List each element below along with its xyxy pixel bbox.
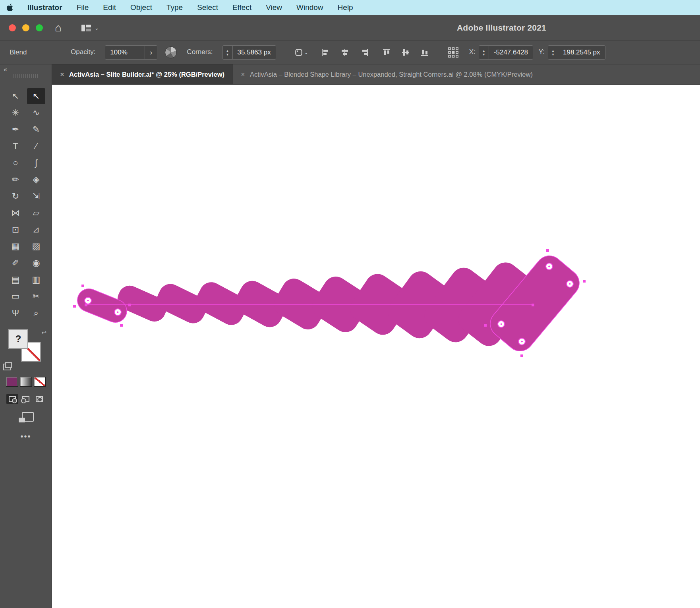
- column-graph-tool[interactable]: ▥: [27, 272, 45, 288]
- anchor-point[interactable]: [73, 305, 76, 308]
- corners-label[interactable]: Corners:: [187, 48, 213, 57]
- anchor-point[interactable]: [520, 354, 523, 357]
- free-transform-tool[interactable]: ▱: [27, 205, 45, 221]
- menu-type[interactable]: Type: [166, 3, 183, 12]
- draw-normal-mode-button[interactable]: [6, 394, 18, 404]
- menu-select[interactable]: Select: [197, 3, 218, 12]
- anchor-point[interactable]: [583, 280, 586, 283]
- menu-effect[interactable]: Effect: [232, 3, 251, 12]
- menu-file[interactable]: File: [77, 3, 89, 12]
- align-horizontal-left-button[interactable]: [319, 46, 333, 58]
- lasso-tool[interactable]: ∿: [27, 105, 45, 121]
- document-tab-active[interactable]: ✕ ActivAsia – Slite Builder.ai* @ 25% (R…: [52, 64, 233, 84]
- anchor-point[interactable]: [484, 324, 487, 327]
- anchor-point[interactable]: [532, 304, 534, 306]
- close-window-button[interactable]: [9, 24, 16, 31]
- anchor-point[interactable]: [128, 304, 131, 306]
- draw-inside-mode-button[interactable]: [33, 394, 45, 404]
- artboard-canvas[interactable]: [52, 85, 700, 608]
- corners-input[interactable]: ▴▾ 35.5863 px: [222, 45, 276, 60]
- corners-stepper[interactable]: ▴▾: [223, 46, 233, 59]
- zoom-tool[interactable]: ⌕: [27, 305, 45, 321]
- perspective-grid-tool[interactable]: ⊿: [27, 222, 45, 238]
- anchor-point[interactable]: [120, 324, 123, 327]
- apple-menu-icon[interactable]: [6, 4, 13, 12]
- artboard-tool[interactable]: ▭: [6, 289, 25, 304]
- zoom-window-button[interactable]: [36, 24, 43, 31]
- selection-tool[interactable]: ↖: [6, 88, 25, 104]
- direct-selection-tool[interactable]: ↖: [27, 88, 45, 104]
- slice-tool[interactable]: ✂: [27, 289, 45, 304]
- gradient-swatch-button[interactable]: [20, 377, 32, 387]
- eraser-tool[interactable]: ◈: [27, 172, 45, 188]
- arrange-documents-button[interactable]: ⌄: [81, 24, 99, 32]
- pen-tool[interactable]: ✒: [6, 122, 25, 137]
- swap-fill-stroke-icon[interactable]: ↩: [41, 329, 46, 336]
- collapse-panel-button[interactable]: «: [4, 66, 7, 73]
- ellipse-tool[interactable]: ○: [6, 155, 25, 171]
- mesh-tool[interactable]: ▦: [6, 238, 25, 254]
- recolor-artwork-button[interactable]: [163, 45, 179, 60]
- scale-tool[interactable]: ⇲: [27, 188, 45, 204]
- change-screen-mode-button[interactable]: [19, 412, 33, 422]
- magic-wand-tool[interactable]: ✳: [6, 105, 25, 121]
- menu-window[interactable]: Window: [296, 3, 323, 12]
- x-label[interactable]: X:: [469, 48, 476, 57]
- home-icon[interactable]: ⌂: [55, 22, 62, 33]
- anchor-point[interactable]: [546, 249, 549, 252]
- none-swatch-button[interactable]: [34, 377, 46, 387]
- close-tab-icon[interactable]: ✕: [241, 72, 245, 77]
- curvature-tool[interactable]: ✎: [27, 122, 45, 137]
- hand-tool[interactable]: Ψ: [6, 305, 25, 321]
- edit-toolbar-button[interactable]: •••: [20, 432, 31, 441]
- width-tool[interactable]: ⋈: [6, 205, 25, 221]
- shaper-tool[interactable]: ✏: [6, 172, 25, 188]
- opacity-label[interactable]: Opacity:: [71, 48, 95, 57]
- align-vertical-bottom-button[interactable]: [418, 46, 432, 58]
- panel-drag-grip[interactable]: [14, 74, 38, 78]
- y-label[interactable]: Y:: [539, 48, 545, 57]
- corner-radius-widget[interactable]: [518, 338, 526, 345]
- draw-behind-mode-button[interactable]: [20, 394, 32, 404]
- align-vertical-top-button[interactable]: [380, 46, 394, 58]
- symbol-sprayer-tool[interactable]: ▤: [6, 272, 25, 288]
- opacity-dropdown-arrow-icon[interactable]: ›: [145, 46, 157, 59]
- stepper-down-icon[interactable]: ▾: [226, 52, 228, 56]
- close-tab-icon[interactable]: ✕: [60, 72, 64, 77]
- minimize-window-button[interactable]: [22, 24, 29, 31]
- stepper-down-icon[interactable]: ▾: [552, 52, 554, 56]
- document-tab-inactive[interactable]: ✕ ActivAsia – Blended Shape Library – Un…: [233, 64, 541, 84]
- type-tool[interactable]: T: [6, 138, 25, 154]
- menu-edit[interactable]: Edit: [103, 3, 116, 12]
- blend-tool[interactable]: ◉: [27, 255, 45, 271]
- opacity-input[interactable]: 100% ›: [105, 45, 157, 60]
- shape-builder-tool[interactable]: ⊡: [6, 222, 25, 238]
- eyedropper-tool[interactable]: ✐: [6, 255, 25, 271]
- gradient-tool[interactable]: ▨: [27, 238, 45, 254]
- x-position-input[interactable]: ▴▾ -5247.6428: [479, 45, 533, 60]
- rotate-tool[interactable]: ↻: [6, 188, 25, 204]
- y-stepper[interactable]: ▴▾: [548, 46, 558, 59]
- y-position-input[interactable]: ▴▾ 198.2545 px: [548, 45, 605, 60]
- blend-spine-path[interactable]: [86, 304, 533, 305]
- paintbrush-tool[interactable]: ʃ: [27, 155, 45, 171]
- menu-view[interactable]: View: [266, 3, 282, 12]
- menu-help[interactable]: Help: [338, 3, 353, 12]
- reference-point-selector[interactable]: [446, 46, 460, 59]
- corner-radius-widget[interactable]: [114, 308, 122, 316]
- x-stepper[interactable]: ▴▾: [479, 46, 489, 59]
- menu-illustrator[interactable]: Illustrator: [27, 3, 62, 12]
- default-fill-stroke-icon[interactable]: [5, 362, 12, 368]
- corner-radius-widget[interactable]: [84, 297, 92, 304]
- shape-properties-button[interactable]: ⌄: [292, 46, 310, 58]
- line-segment-tool[interactable]: ∕: [27, 138, 45, 154]
- align-horizontal-center-button[interactable]: [338, 46, 352, 58]
- anchor-point[interactable]: [81, 285, 84, 287]
- corner-radius-widget[interactable]: [497, 320, 505, 328]
- color-swatch-button[interactable]: [6, 377, 18, 387]
- menu-object[interactable]: Object: [130, 3, 152, 12]
- align-vertical-center-button[interactable]: [399, 46, 413, 58]
- align-horizontal-right-button[interactable]: [357, 46, 371, 58]
- stepper-down-icon[interactable]: ▾: [483, 52, 485, 56]
- fill-color-proxy[interactable]: ?: [8, 329, 28, 349]
